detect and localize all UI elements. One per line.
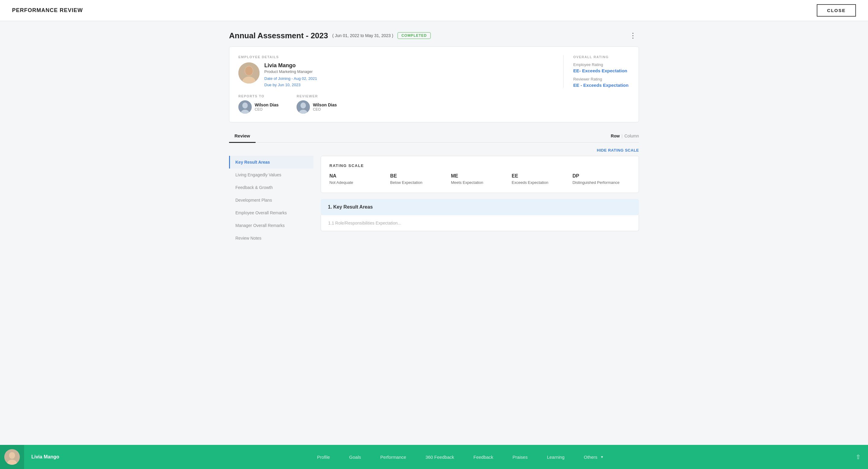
assessment-title: Annual Assessment - 2023 ( Jun 01, 2022 … xyxy=(229,31,431,40)
more-options-button[interactable]: ⋮ xyxy=(627,30,639,41)
bottom-nav-avatar xyxy=(0,445,24,469)
rating-abbr-na: NA xyxy=(330,173,384,179)
main-scroll: Annual Assessment - 2023 ( Jun 01, 2022 … xyxy=(0,21,868,469)
reviewer-rating-value: EE - Exceeds Expectation xyxy=(573,83,629,88)
assessment-date: ( Jun 01, 2022 to May 31, 2023 ) xyxy=(333,33,393,38)
employee-avatar xyxy=(239,62,259,84)
reports-to-person: Wilson Dias CEO xyxy=(239,100,278,114)
sidebar-item-lev[interactable]: Living Engagedly Values xyxy=(229,168,313,181)
close-button[interactable]: CLOSE xyxy=(817,4,856,17)
content-wrapper: Annual Assessment - 2023 ( Jun 01, 2022 … xyxy=(217,21,651,245)
reviewer-avatar xyxy=(297,100,310,114)
employee-details-card: EMPLOYEE DETAILS xyxy=(229,46,639,122)
overall-rating-section: OVERALL RATING Employee Rating EE- Excee… xyxy=(563,55,629,88)
bottom-nav: Livia Mango Profile Goals Performance 36… xyxy=(0,445,868,469)
svg-point-8 xyxy=(301,102,306,108)
kra-section: 1. Key Result Areas xyxy=(321,199,639,215)
avatar-image xyxy=(239,62,259,84)
reviewer-block: REVIEWER xyxy=(297,94,337,114)
rating-abbr-me: ME xyxy=(451,173,506,179)
reports-role: CEO xyxy=(255,107,278,112)
hide-rating-button[interactable]: HIDE RATING SCALE xyxy=(597,148,639,153)
bottom-nav-goals[interactable]: Goals xyxy=(340,445,371,469)
employee-rating-value: EE- Exceeds Expectation xyxy=(573,68,629,73)
sidebar-item-dp[interactable]: Development Plans xyxy=(229,194,313,207)
sidebar-item-mor[interactable]: Manager Overall Remarks xyxy=(229,219,313,232)
reviewer-name: Wilson Dias xyxy=(313,102,337,107)
view-column[interactable]: Column xyxy=(624,133,639,138)
reports-person-info: Wilson Dias CEO xyxy=(255,102,278,112)
svg-point-3 xyxy=(245,66,253,75)
view-toggle: Row | Column xyxy=(611,133,639,138)
main-content: RATING SCALE NA Not Adequate BE Below Ex… xyxy=(321,156,639,231)
reports-to-block: REPORTS TO xyxy=(239,94,278,114)
sidebar-item-kra[interactable]: Key Result Areas xyxy=(229,156,313,168)
scroll-up-button[interactable]: ⇧ xyxy=(848,445,868,469)
assessment-header: Annual Assessment - 2023 ( Jun 01, 2022 … xyxy=(229,30,639,41)
rating-scale-be: BE Below Expectation xyxy=(387,173,448,185)
chevron-down-icon: ▼ xyxy=(600,455,604,459)
bottom-nav-items: Profile Goals Performance 360 Feedback F… xyxy=(72,445,848,469)
completed-badge: COMPLETED xyxy=(398,32,431,39)
rating-scale-grid: NA Not Adequate BE Below Expectation ME … xyxy=(330,173,630,185)
employee-text-info: Livia Mango Product Marketing Manager Da… xyxy=(264,62,317,88)
rating-desc-ee: Exceeds Expectation xyxy=(512,180,567,185)
kra-subtitle: 1.1 Role/Responsibilities Expectation... xyxy=(321,215,639,231)
tabs-bar: Review Row | Column xyxy=(229,130,639,143)
employee-joining: Date of Joining - Aug 02, 2021 xyxy=(264,76,317,82)
rating-scale-me: ME Meets Expectation xyxy=(448,173,509,185)
rating-desc-dp: Distinguished Performance xyxy=(572,180,627,185)
reports-name: Wilson Dias xyxy=(255,102,278,107)
assessment-title-text: Annual Assessment - 2023 xyxy=(229,31,328,40)
rating-abbr-be: BE xyxy=(390,173,445,179)
page-title: PERFORMANCE REVIEW xyxy=(12,7,83,13)
top-header: PERFORMANCE REVIEW CLOSE xyxy=(0,0,868,21)
rating-scale-ee: EE Exceeds Expectation xyxy=(509,173,569,185)
rating-desc-be: Below Expectation xyxy=(390,180,445,185)
reports-reviewer-row: REPORTS TO xyxy=(239,94,563,114)
rating-scale-title: RATING SCALE xyxy=(330,163,630,168)
kra-title: 1. Key Result Areas xyxy=(328,205,373,210)
employee-section: EMPLOYEE DETAILS xyxy=(239,55,563,114)
employee-info: Livia Mango Product Marketing Manager Da… xyxy=(239,62,563,88)
reviewer-person-info: Wilson Dias CEO xyxy=(313,102,337,112)
overall-rating-label: OVERALL RATING xyxy=(573,55,629,59)
employee-due: Due by Jun 10, 2023 xyxy=(264,82,317,88)
reviewer-avatar-img xyxy=(297,100,310,114)
reports-to-avatar xyxy=(239,100,252,114)
reviewer-role: CEO xyxy=(313,107,337,112)
bottom-nav-others[interactable]: Others ▼ xyxy=(574,445,613,469)
sidebar-item-eor[interactable]: Employee Overall Remarks xyxy=(229,207,313,219)
view-row[interactable]: Row xyxy=(611,133,620,138)
rating-abbr-ee: EE xyxy=(512,173,567,179)
rating-scale-na: NA Not Adequate xyxy=(330,173,387,185)
bottom-nav-performance[interactable]: Performance xyxy=(371,445,416,469)
reviewer-rating-label: Reviewer Rating xyxy=(573,77,629,82)
bottom-nav-profile[interactable]: Profile xyxy=(307,445,340,469)
bottom-nav-feedback[interactable]: Feedback xyxy=(464,445,503,469)
rating-scale-dp: DP Distinguished Performance xyxy=(569,173,630,185)
rating-scale-card: RATING SCALE NA Not Adequate BE Below Ex… xyxy=(321,156,639,193)
bottom-nav-name: Livia Mango xyxy=(24,454,72,460)
svg-point-5 xyxy=(242,102,248,108)
sidebar-nav: Key Result Areas Living Engagedly Values… xyxy=(229,156,313,245)
tab-review[interactable]: Review xyxy=(229,130,255,143)
hide-rating-btn-container: HIDE RATING SCALE xyxy=(229,147,639,153)
bottom-nav-learning[interactable]: Learning xyxy=(537,445,574,469)
view-divider: | xyxy=(621,133,623,138)
rating-abbr-dp: DP xyxy=(572,173,627,179)
review-layout: Key Result Areas Living Engagedly Values… xyxy=(229,156,639,245)
sidebar-item-fg[interactable]: Feedback & Growth xyxy=(229,181,313,194)
reviewer-person: Wilson Dias CEO xyxy=(297,100,337,114)
employee-details-label: EMPLOYEE DETAILS xyxy=(239,55,563,59)
reports-avatar-img xyxy=(239,100,252,114)
svg-point-11 xyxy=(9,452,15,459)
reports-to-label: REPORTS TO xyxy=(239,94,278,98)
employee-role: Product Marketing Manager xyxy=(264,69,317,74)
bottom-nav-360feedback[interactable]: 360 Feedback xyxy=(416,445,464,469)
employee-rating-label: Employee Rating xyxy=(573,62,629,67)
bottom-nav-praises[interactable]: Praises xyxy=(503,445,537,469)
rating-desc-me: Meets Expectation xyxy=(451,180,506,185)
sidebar-item-rn[interactable]: Review Notes xyxy=(229,232,313,245)
employee-name: Livia Mango xyxy=(264,62,317,69)
